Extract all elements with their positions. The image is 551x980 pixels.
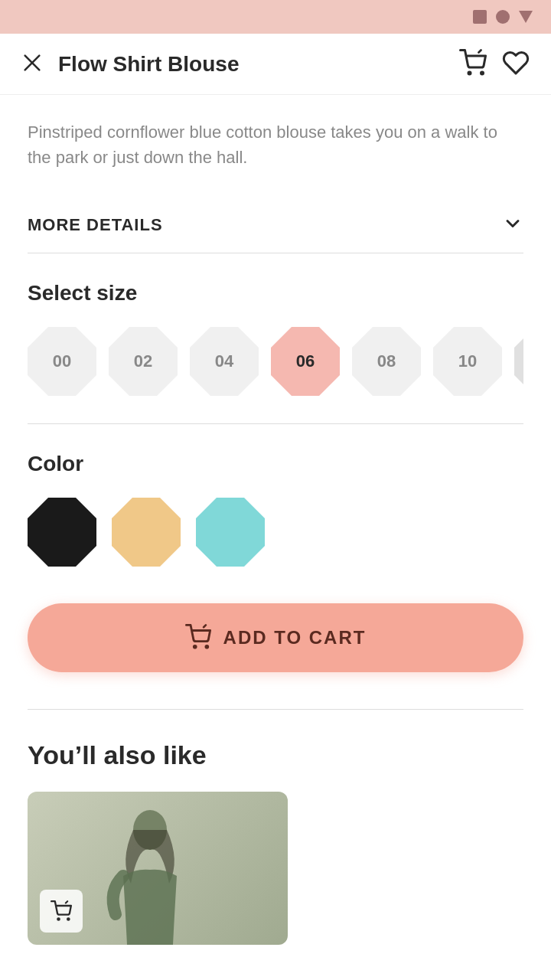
page-title: Flow Shirt Blouse <box>58 52 239 77</box>
size-divider <box>28 423 523 424</box>
color-selector <box>28 498 523 567</box>
status-icon-square <box>473 10 487 24</box>
product-description: Pinstriped cornflower blue cotton blouse… <box>28 119 523 170</box>
status-bar <box>0 0 551 34</box>
size-10[interactable]: 10 <box>433 327 502 396</box>
header-left: Flow Shirt Blouse <box>21 52 239 77</box>
size-00[interactable]: 00 <box>28 327 96 396</box>
recommendation-add-cart-button[interactable] <box>40 890 83 933</box>
size-selector: 00 02 04 06 08 10 12 <box>28 327 523 396</box>
svg-point-8 <box>67 918 69 920</box>
color-peach[interactable] <box>112 498 181 567</box>
color-sky-blue[interactable] <box>196 498 265 567</box>
more-details-row[interactable]: MORE DETAILS <box>28 198 523 253</box>
select-size-label: Select size <box>28 281 523 305</box>
add-to-cart-icon <box>185 624 211 652</box>
header: Flow Shirt Blouse <box>0 34 551 95</box>
svg-point-7 <box>57 918 59 920</box>
close-button[interactable] <box>21 52 43 76</box>
add-to-cart-label: ADD TO CART <box>223 627 367 648</box>
status-icon-triangle <box>519 11 533 23</box>
cart-button[interactable] <box>459 49 487 79</box>
header-right <box>459 49 530 79</box>
person-silhouette <box>73 807 227 945</box>
add-to-cart-button[interactable]: ADD TO CART <box>28 603 523 672</box>
size-02[interactable]: 02 <box>109 327 178 396</box>
more-details-label: MORE DETAILS <box>28 215 163 235</box>
size-08[interactable]: 08 <box>352 327 421 396</box>
status-icon-circle <box>496 10 510 24</box>
size-06[interactable]: 06 <box>271 327 340 396</box>
color-section: Color <box>28 452 523 567</box>
recommendations-title: You’ll also like <box>28 740 523 770</box>
recommendations-section: You’ll also like <box>28 709 523 945</box>
svg-point-4 <box>194 645 196 648</box>
size-12[interactable]: 12 <box>514 327 523 396</box>
wishlist-button[interactable] <box>502 49 530 79</box>
size-04[interactable]: 04 <box>190 327 259 396</box>
recommendation-item <box>28 792 288 945</box>
color-black[interactable] <box>28 498 96 567</box>
product-content: Pinstriped cornflower blue cotton blouse… <box>0 95 551 945</box>
chevron-down-icon <box>502 213 523 237</box>
svg-point-3 <box>481 72 484 74</box>
color-label: Color <box>28 452 523 476</box>
svg-point-2 <box>468 72 471 74</box>
svg-point-5 <box>205 645 207 648</box>
